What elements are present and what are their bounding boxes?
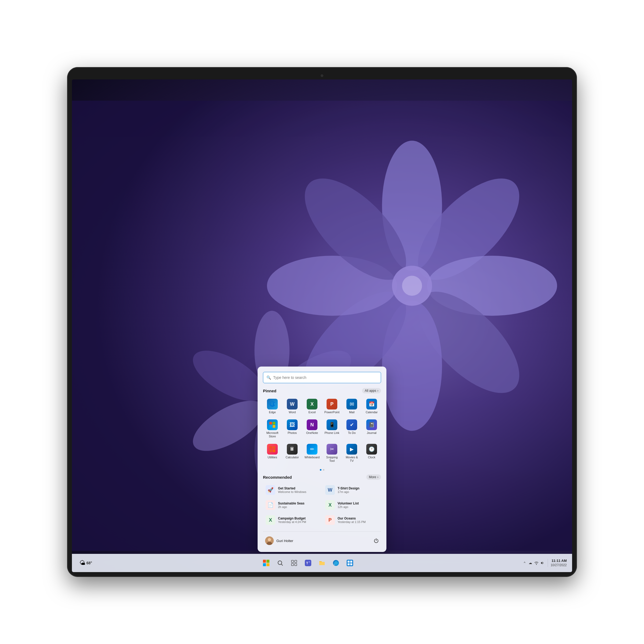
taskbar-search-button[interactable] <box>274 557 286 569</box>
taskbar-right: ^ ☁ <box>522 559 567 567</box>
svg-rect-36 <box>291 563 294 566</box>
svg-point-10 <box>402 276 422 296</box>
svg-rect-31 <box>263 563 266 566</box>
app-whiteboard[interactable]: ✏ Whiteboard <box>303 442 321 465</box>
recommended-title: Recommended <box>263 475 292 480</box>
clock-time: 11:11 AM <box>551 559 567 563</box>
tshirt-icon: W <box>325 485 335 495</box>
app-movies[interactable]: ▶ Movies & TV <box>342 442 361 465</box>
app-snipping[interactable]: ✂ Snipping Tool <box>323 442 341 465</box>
photos-icon: 🖼 <box>287 419 298 430</box>
taskbar-taskview-button[interactable] <box>288 557 300 569</box>
calendar-label: Calendar <box>366 411 378 414</box>
app-word[interactable]: W Word <box>283 397 302 416</box>
campaign-icon: X <box>266 515 275 525</box>
user-info[interactable]: Guri Holter <box>263 535 295 547</box>
clock-date: 10/27/2022 <box>551 563 567 568</box>
dot-inactive <box>323 469 324 471</box>
rec-sustainable[interactable]: 📄 Sustainable Seas 2h ago <box>263 498 321 512</box>
clock-label: Clock <box>368 456 375 459</box>
power-button[interactable] <box>371 536 381 546</box>
movies-icon: ▶ <box>346 444 357 455</box>
rec-get-started[interactable]: 🚀 Get Started Welcome to Windows <box>263 483 321 497</box>
tshirt-text: T-Shirt Design 17m ago <box>338 486 378 493</box>
taskbar: 🌤 68° <box>72 554 572 572</box>
movies-label: Movies & TV <box>343 456 360 463</box>
clock-display[interactable]: 11:11 AM 10/27/2022 <box>551 559 567 567</box>
powerpoint-label: PowerPoint <box>324 411 339 414</box>
app-onenote[interactable]: N OneNote <box>303 417 321 440</box>
app-utilities[interactable]: Utilities <box>263 442 282 465</box>
app-calculator[interactable]: 🖩 Calculator <box>283 442 302 465</box>
rec-campaign[interactable]: X Campaign Budget Yesterday at 4:24 PM <box>263 513 321 527</box>
volunteer-text: Volunteer List 12h ago <box>338 502 378 508</box>
app-msstore[interactable]: Microsoft Store <box>263 417 282 440</box>
tray-separator <box>548 559 548 567</box>
svg-rect-30 <box>266 560 269 563</box>
taskbar-explorer-button[interactable] <box>316 557 328 569</box>
sustainable-icon: 📄 <box>266 500 275 510</box>
taskbar-store-button[interactable] <box>344 557 356 569</box>
excel-label: Excel <box>309 411 316 414</box>
pinned-apps-grid: Edge W Word X Excel P <box>263 397 381 465</box>
phonelink-icon: 📱 <box>327 419 337 430</box>
svg-point-40 <box>309 561 310 563</box>
app-excel[interactable]: X Excel <box>303 397 321 416</box>
app-phonelink[interactable]: 📱 Phone Link <box>323 417 341 440</box>
tray-volume[interactable] <box>540 560 545 566</box>
taskbar-teams-button[interactable]: T <box>302 557 314 569</box>
more-button[interactable]: More › <box>366 474 381 480</box>
app-clock[interactable]: 🕐 Clock <box>362 442 381 465</box>
chevron-right-icon: › <box>377 389 378 393</box>
rec-tshirt[interactable]: W T-Shirt Design 17m ago <box>323 483 381 497</box>
weather-widget[interactable]: 🌤 68° <box>77 558 94 568</box>
msstore-label: Microsoft Store <box>264 431 281 438</box>
app-powerpoint[interactable]: P PowerPoint <box>323 397 341 416</box>
todo-label: To Do <box>348 431 356 435</box>
oceans-icon: P <box>325 515 335 525</box>
app-mail[interactable]: ✉ Mail <box>342 397 361 416</box>
snipping-label: Snipping Tool <box>324 456 340 463</box>
onenote-label: OneNote <box>306 431 318 435</box>
snipping-icon: ✂ <box>327 444 337 455</box>
journal-label: Journal <box>367 431 376 435</box>
svg-rect-44 <box>350 561 352 563</box>
app-todo[interactable]: ✔ To Do <box>342 417 361 440</box>
tray-wifi[interactable] <box>534 560 539 566</box>
svg-rect-19 <box>273 422 275 425</box>
app-edge[interactable]: Edge <box>263 397 282 416</box>
svg-rect-37 <box>295 563 297 566</box>
powerpoint-icon: P <box>327 399 337 409</box>
svg-rect-25 <box>273 449 275 452</box>
app-journal[interactable]: 📓 Journal <box>362 417 381 440</box>
svg-rect-29 <box>263 560 266 563</box>
svg-rect-23 <box>273 446 275 449</box>
rec-volunteer[interactable]: X Volunteer List 12h ago <box>323 498 381 512</box>
mail-icon: ✉ <box>346 399 357 409</box>
rec-oceans[interactable]: P Our Oceans Yesterday at 1:15 PM <box>323 513 381 527</box>
svg-rect-43 <box>347 561 350 563</box>
calculator-label: Calculator <box>286 456 299 459</box>
utilities-label: Utilities <box>268 456 277 459</box>
recommended-grid: 🚀 Get Started Welcome to Windows W T-Shi… <box>263 483 381 527</box>
svg-rect-34 <box>291 560 294 562</box>
get-started-text: Get Started Welcome to Windows <box>278 486 319 493</box>
svg-text:T: T <box>306 561 308 565</box>
search-input[interactable] <box>273 375 378 380</box>
utilities-icon <box>267 444 278 455</box>
taskbar-left: 🌤 68° <box>77 558 94 568</box>
taskbar-edge-button[interactable] <box>330 557 342 569</box>
pinned-section-header: Pinned All apps › <box>263 388 381 393</box>
all-apps-button[interactable]: All apps › <box>362 388 381 393</box>
svg-rect-18 <box>269 422 272 425</box>
recommended-section-header: Recommended More › <box>263 474 381 480</box>
app-photos[interactable]: 🖼 Photos <box>283 417 302 440</box>
clock-icon-app: 🕐 <box>366 444 377 455</box>
tray-cloud[interactable]: ☁ <box>528 560 533 566</box>
search-bar[interactable]: 🔍 <box>263 372 381 383</box>
tray-chevron[interactable]: ^ <box>522 560 527 566</box>
start-button[interactable] <box>260 557 272 569</box>
phonelink-label: Phone Link <box>324 431 339 435</box>
app-calendar[interactable]: 📅 Calendar <box>362 397 381 416</box>
volunteer-icon: X <box>325 500 335 510</box>
